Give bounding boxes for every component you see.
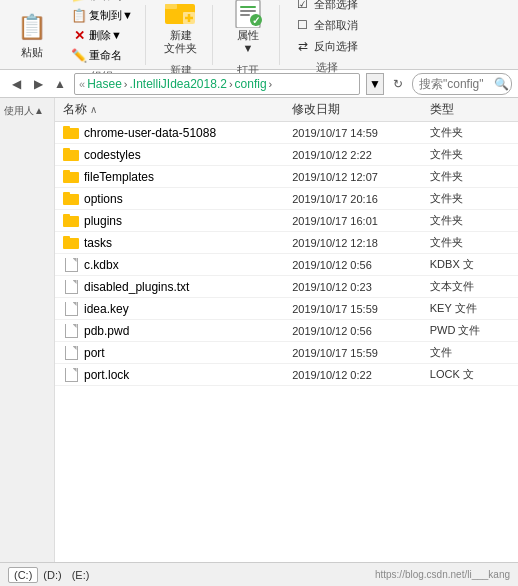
back-button[interactable]: ◀ [6,74,26,94]
svg-rect-8 [240,14,250,16]
file-name-label: options [84,192,123,206]
copy-to-button[interactable]: 📋 复制到▼ [68,6,137,25]
select-none-button[interactable]: ☐ 全部取消 [292,16,362,35]
breadcrumb-hasee[interactable]: Hasee [87,77,122,91]
table-row[interactable]: fileTemplates 2019/10/12 12:07 文件夹 [55,166,518,188]
file-date: 2019/10/17 14:59 [292,127,430,139]
address-dropdown[interactable]: ▼ [366,73,384,95]
breadcrumb-arrow2: › [229,78,233,90]
file-type: 文件 [430,345,510,360]
drive-item[interactable]: (E:) [67,568,95,582]
delete-label: 删除▼ [89,28,122,43]
delete-button[interactable]: ✕ 删除▼ [68,26,137,45]
search-input[interactable] [419,77,494,91]
file-name-label: port [84,346,105,360]
status-bar: (C:)(D:)(E:) https://blog.csdn.net/li___… [0,562,518,586]
invert-icon: ⇄ [296,39,310,53]
table-row[interactable]: pdb.pwd 2019/10/12 0:56 PWD 文件 [55,320,518,342]
up-button[interactable]: ▲ [50,74,70,94]
address-bar: ◀ ▶ ▲ « Hasee › .IntelliJIdea2018.2 › co… [0,70,518,98]
file-date: 2019/10/12 0:23 [292,281,430,293]
new-group: 新建文件夹 新建 [154,5,213,65]
paste-icon: 📋 [16,9,48,45]
table-row[interactable]: port.lock 2019/10/12 0:22 LOCK 文 [55,364,518,386]
file-name: plugins [63,214,292,228]
watermark: https://blog.csdn.net/li___kang [375,569,510,580]
drive-item[interactable]: (D:) [38,568,66,582]
file-type: PWD 文件 [430,323,510,338]
file-name-label: plugins [84,214,122,228]
organize-buttons: 📁 移动到▼ 📋 复制到▼ ✕ 删除▼ ✏️ 重命名 [68,0,137,65]
move-to-button[interactable]: 📁 移动到▼ [68,0,137,5]
file-type: 文件夹 [430,169,510,184]
file-name-label: idea.key [84,302,129,316]
rename-button[interactable]: ✏️ 重命名 [68,46,137,65]
file-icon [63,346,79,360]
file-name: tasks [63,236,292,250]
file-name: idea.key [63,302,292,316]
file-list: 名称 ∧ 修改日期 类型 chrome-user-data-51088 2019… [55,98,518,562]
breadcrumb-config[interactable]: config [235,77,267,91]
drive-item[interactable]: (C:) [8,567,38,583]
file-date: 2019/10/12 0:22 [292,369,430,381]
table-row[interactable]: codestyles 2019/10/12 2:22 文件夹 [55,144,518,166]
forward-button[interactable]: ▶ [28,74,48,94]
file-type: LOCK 文 [430,367,510,382]
breadcrumb-open: « [79,78,85,90]
move-to-label: 移动到▼ [89,0,133,3]
main-area: 使用人▲ 名称 ∧ 修改日期 类型 chrome-user-data-51088… [0,98,518,562]
table-row[interactable]: disabled_plugins.txt 2019/10/12 0:23 文本文… [55,276,518,298]
invert-button[interactable]: ⇄ 反向选择 [292,37,362,56]
open-group: ✓ 属性▼ 打开 [221,5,280,65]
file-name: chrome-user-data-51088 [63,126,292,140]
folder-icon [63,148,79,162]
delete-icon: ✕ [72,28,86,42]
file-name: port [63,346,292,360]
table-row[interactable]: idea.key 2019/10/17 15:59 KEY 文件 [55,298,518,320]
table-row[interactable]: options 2019/10/17 20:16 文件夹 [55,188,518,210]
new-folder-button[interactable]: 新建文件夹 [158,0,204,59]
breadcrumb-idea[interactable]: .IntelliJIdea2018.2 [129,77,226,91]
sort-arrow: ∧ [90,104,97,115]
file-type: 文件夹 [430,213,510,228]
toolbar: 📋 粘贴 📁 移动到▼ 📋 复制到▼ ✕ 删除▼ ✏️ [0,0,518,70]
folder-icon [63,126,79,140]
file-name: codestyles [63,148,292,162]
select-group: ☑ 全部选择 ☐ 全部取消 ⇄ 反向选择 选择 [288,5,370,65]
file-name: port.lock [63,368,292,382]
file-name-label: fileTemplates [84,170,154,184]
drive-list: (C:)(D:)(E:) [8,567,94,583]
table-row[interactable]: port 2019/10/17 15:59 文件 [55,342,518,364]
paste-button[interactable]: 📋 粘贴 [8,6,56,63]
table-row[interactable]: plugins 2019/10/17 16:01 文件夹 [55,210,518,232]
column-name[interactable]: 名称 ∧ [63,101,292,118]
svg-rect-1 [165,4,177,9]
folder-icon [63,236,79,250]
svg-rect-7 [240,10,256,12]
file-name-label: pdb.pwd [84,324,129,338]
column-date[interactable]: 修改日期 [292,101,430,118]
breadcrumb[interactable]: « Hasee › .IntelliJIdea2018.2 › config › [74,73,360,95]
select-none-icon: ☐ [296,18,310,32]
attribute-button[interactable]: ✓ 属性▼ [225,0,271,59]
column-type[interactable]: 类型 [430,101,510,118]
file-name: options [63,192,292,206]
file-type: 文件夹 [430,125,510,140]
select-all-button[interactable]: ☑ 全部选择 [292,0,362,14]
invert-label: 反向选择 [314,39,358,54]
refresh-button[interactable]: ↻ [388,73,408,95]
select-all-label: 全部选择 [314,0,358,12]
search-box[interactable]: 🔍 [412,73,512,95]
attribute-icon: ✓ [231,0,265,29]
file-name-label: port.lock [84,368,129,382]
file-icon [63,258,79,272]
column-type-label: 类型 [430,102,454,116]
breadcrumb-arrow1: › [124,78,128,90]
file-name: c.kdbx [63,258,292,272]
file-name: pdb.pwd [63,324,292,338]
file-name-label: disabled_plugins.txt [84,280,189,294]
rename-label: 重命名 [89,48,122,63]
table-row[interactable]: chrome-user-data-51088 2019/10/17 14:59 … [55,122,518,144]
table-row[interactable]: c.kdbx 2019/10/12 0:56 KDBX 文 [55,254,518,276]
table-row[interactable]: tasks 2019/10/12 12:18 文件夹 [55,232,518,254]
